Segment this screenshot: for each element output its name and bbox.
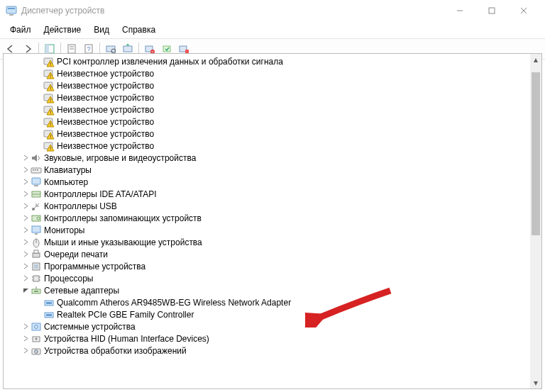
tree-category-software[interactable]: Программные устройства	[4, 260, 530, 272]
chevron-right-icon[interactable]	[21, 201, 31, 211]
chevron-right-icon[interactable]	[21, 237, 31, 247]
svg-rect-40	[33, 169, 34, 171]
chevron-right-icon[interactable]	[21, 177, 31, 187]
svg-rect-43	[32, 178, 40, 184]
keyboard-icon	[31, 164, 42, 176]
chevron-right-icon[interactable]	[21, 165, 31, 175]
svg-rect-50	[32, 226, 40, 233]
svg-rect-16	[123, 46, 132, 52]
tree-category-printer[interactable]: Очереди печати	[4, 248, 530, 260]
svg-text:!: !	[50, 73, 51, 79]
tree-item-label: Программные устройства	[44, 262, 145, 271]
tree-item-network-adapter[interactable]: Qualcomm Atheros AR9485WB-EG Wireless Ne…	[4, 296, 530, 308]
tree-item-label: Процессоры	[44, 274, 94, 284]
tree-item-unknown-device[interactable]: !Неизвестное устройство	[4, 79, 530, 91]
scroll-thumb[interactable]	[532, 72, 540, 235]
svg-rect-0	[6, 6, 16, 13]
tree-item-label: Неизвестное устройство	[57, 105, 154, 115]
software-icon	[31, 261, 42, 272]
chevron-right-icon[interactable]	[21, 322, 31, 332]
chevron-right-icon[interactable]	[21, 346, 31, 356]
tree-category-cpu[interactable]: Процессоры	[4, 272, 530, 284]
svg-text:!: !	[50, 121, 51, 128]
tree-item-label: Мыши и иные указывающие устройства	[44, 237, 202, 247]
tree-category-ide[interactable]: Контроллеры IDE ATA/ATAPI	[4, 188, 530, 200]
device-tree[interactable]: !PCI контроллер извлечения данных и обра…	[4, 54, 530, 388]
minimize-button[interactable]	[444, 0, 475, 21]
tree-item-unknown-device[interactable]: !PCI контроллер извлечения данных и обра…	[4, 55, 530, 67]
chevron-right-icon[interactable]	[21, 213, 31, 223]
chevron-right-icon[interactable]	[21, 334, 31, 344]
content-area: !PCI контроллер извлечения данных и обра…	[3, 53, 542, 389]
vertical-scrollbar[interactable]: ▴ ▾	[530, 54, 541, 388]
tree-item-label: Qualcomm Atheros AR9485WB-EG Wireless Ne…	[57, 298, 291, 308]
tree-item-unknown-device[interactable]: !Неизвестное устройство	[4, 140, 530, 152]
tree-category-usb[interactable]: Контроллеры USB	[4, 200, 530, 212]
svg-rect-67	[46, 302, 52, 304]
menu-help[interactable]: Справка	[116, 23, 161, 37]
tree-item-label: Неизвестное устройство	[57, 69, 154, 79]
chevron-right-icon[interactable]	[21, 153, 31, 163]
window-controls	[444, 0, 539, 21]
scroll-up-button[interactable]: ▴	[530, 54, 541, 65]
tree-item-unknown-device[interactable]: !Неизвестное устройство	[4, 116, 530, 128]
svg-rect-58	[33, 276, 39, 281]
tree-item-unknown-device[interactable]: !Неизвестное устройство	[4, 128, 530, 140]
svg-rect-4	[489, 8, 495, 13]
svg-text:!: !	[50, 109, 51, 116]
svg-rect-42	[37, 169, 38, 171]
warning-device-icon: !	[43, 68, 55, 79]
svg-rect-41	[35, 169, 36, 171]
menu-action[interactable]: Действие	[38, 23, 87, 37]
warning-device-icon: !	[43, 56, 55, 67]
maximize-button[interactable]	[475, 0, 507, 21]
computer-icon	[31, 177, 42, 188]
tree-category-system[interactable]: Системные устройства	[4, 320, 530, 332]
warning-device-icon: !	[43, 104, 55, 116]
cpu-icon	[31, 273, 42, 284]
svg-point-75	[35, 349, 38, 353]
tree-category-network[interactable]: Сетевые адаптеры	[4, 284, 530, 296]
tree-item-label: Очереди печати	[44, 250, 108, 259]
tree-item-label: Неизвестное устройство	[57, 81, 154, 91]
scroll-down-button[interactable]: ▾	[530, 377, 541, 388]
warning-device-icon: !	[43, 140, 55, 152]
tree-item-unknown-device[interactable]: !Неизвестное устройство	[4, 91, 530, 103]
tree-category-monitor[interactable]: Мониторы	[4, 224, 530, 236]
tree-item-label: PCI контроллер извлечения данных и обраб…	[57, 57, 283, 67]
tree-item-label: Контроллеры IDE ATA/ATAPI	[44, 189, 157, 199]
tree-item-label: Устройства HID (Human Interface Devices)	[44, 334, 209, 344]
menu-file[interactable]: Файл	[4, 23, 37, 37]
tree-item-network-adapter[interactable]: Realtek PCIe GBE Family Controller	[4, 308, 530, 320]
svg-text:!: !	[50, 133, 51, 140]
menu-view[interactable]: Вид	[88, 23, 115, 37]
tree-category-hid[interactable]: Устройства HID (Human Interface Devices)	[4, 332, 530, 345]
chevron-right-icon[interactable]	[21, 262, 31, 271]
tree-item-unknown-device[interactable]: !Неизвестное устройство	[4, 67, 530, 79]
tree-category-computer[interactable]: Компьютер	[4, 176, 530, 188]
svg-point-73	[35, 337, 38, 340]
chevron-right-icon[interactable]	[21, 250, 31, 259]
tree-item-label: Звуковые, игровые и видеоустройства	[44, 153, 196, 163]
tree-category-imaging[interactable]: Устройства обработки изображений	[4, 345, 530, 357]
tree-category-sound[interactable]: Звуковые, игровые и видеоустройства	[4, 152, 530, 164]
tree-item-label: Компьютер	[44, 177, 88, 187]
chevron-right-icon[interactable]	[21, 225, 31, 235]
window-title: Диспетчер устройств	[21, 6, 444, 16]
system-icon	[31, 321, 42, 332]
tree-item-label: Неизвестное устройство	[57, 141, 154, 151]
scroll-track[interactable]	[530, 65, 541, 377]
svg-rect-64	[34, 291, 38, 292]
tree-item-unknown-device[interactable]: !Неизвестное устройство	[4, 103, 530, 116]
tree-item-label: Сетевые адаптеры	[44, 286, 119, 296]
tree-category-storage[interactable]: Контроллеры запоминающих устройств	[4, 212, 530, 224]
chevron-down-icon[interactable]	[21, 286, 31, 296]
tree-item-label: Неизвестное устройство	[57, 117, 154, 127]
chevron-right-icon[interactable]	[21, 274, 31, 284]
tree-category-mouse[interactable]: Мыши и иные указывающие устройства	[4, 236, 530, 248]
chevron-right-icon[interactable]	[21, 189, 31, 199]
close-button[interactable]	[507, 0, 539, 21]
network-icon	[31, 285, 42, 296]
tree-category-keyboard[interactable]: Клавиатуры	[4, 164, 530, 176]
svg-rect-44	[34, 185, 38, 186]
